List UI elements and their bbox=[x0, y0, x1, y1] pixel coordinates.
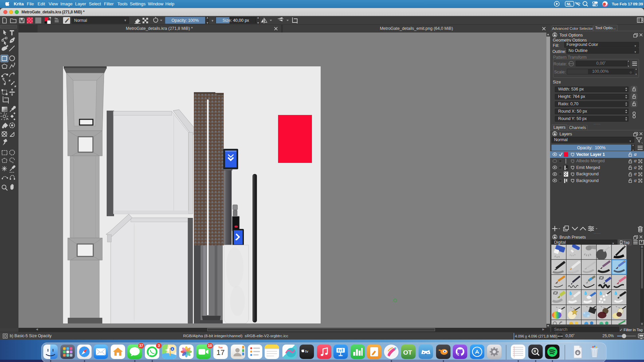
svg-text:tv: tv bbox=[305, 349, 308, 353]
svg-text:💧: 💧 bbox=[583, 291, 588, 295]
svg-text:💧: 💧 bbox=[613, 291, 618, 295]
svg-text:R: R bbox=[534, 350, 536, 353]
svg-text:💧: 💧 bbox=[568, 291, 573, 295]
svg-text:💧: 💧 bbox=[598, 291, 603, 295]
svg-text:OT: OT bbox=[403, 349, 412, 356]
svg-text:NL: NL bbox=[567, 2, 572, 6]
svg-text:09:39: 09:39 bbox=[633, 2, 643, 6]
svg-text:Tue Feb 17: Tue Feb 17 bbox=[612, 2, 632, 6]
